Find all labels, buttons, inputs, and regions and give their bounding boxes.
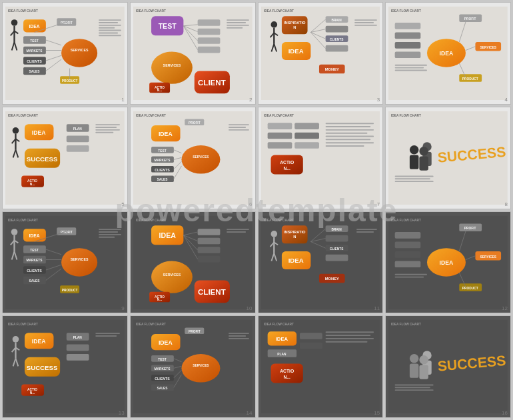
- svg-rect-184: [395, 178, 430, 179]
- slide-5[interactable]: IDEA FLOW CHART IDEA SUCCESS PLAN: [2, 107, 128, 209]
- svg-text:INSPIRATIO: INSPIRATIO: [283, 229, 305, 233]
- svg-text:IDEA: IDEA: [159, 339, 173, 346]
- svg-rect-283: [395, 273, 427, 275]
- slide-11[interactable]: IDEA FLOW CHART INSPIRATIO N IDEA BRAIN: [258, 211, 384, 314]
- svg-rect-35: [99, 32, 118, 33]
- svg-text:N...: N...: [283, 375, 290, 379]
- svg-text:IDEA FLOW CHART: IDEA FLOW CHART: [136, 218, 166, 221]
- svg-text:CLIENTS: CLIENTS: [27, 59, 42, 63]
- svg-rect-107: [395, 70, 427, 71]
- svg-rect-87: [354, 25, 377, 26]
- svg-point-188: [11, 229, 18, 235]
- svg-text:TEST: TEST: [30, 248, 38, 251]
- svg-text:PRODUCT: PRODUCT: [462, 77, 478, 81]
- svg-rect-57: [227, 22, 246, 23]
- svg-rect-304: [95, 333, 120, 334]
- slide-number-11: 11: [374, 305, 380, 311]
- svg-rect-352: [420, 365, 429, 379]
- svg-rect-239: [227, 231, 246, 233]
- svg-text:PLAN: PLAN: [73, 336, 83, 339]
- slide-number-8: 8: [505, 201, 508, 207]
- svg-text:PRODUCT: PRODUCT: [62, 79, 78, 83]
- svg-rect-159: [267, 132, 292, 139]
- svg-rect-173: [325, 145, 364, 147]
- slide-2[interactable]: IDEA FLOW CHART TEST SERVICES ACTIO N...…: [130, 2, 256, 105]
- svg-point-2: [11, 19, 18, 26]
- svg-point-204: [61, 248, 97, 277]
- slide-16[interactable]: IDEA FLOW CHART SUCCESS 16: [385, 315, 511, 418]
- svg-text:PROFIT: PROFIT: [464, 17, 476, 21]
- svg-text:CLIENTS: CLIENTS: [155, 167, 170, 171]
- svg-text:INSPIRATIO: INSPIRATIO: [283, 21, 305, 25]
- svg-rect-218: [99, 236, 115, 237]
- svg-text:N...: N...: [30, 391, 35, 395]
- svg-text:SERVICES: SERVICES: [480, 255, 497, 258]
- svg-rect-178: [410, 155, 419, 169]
- svg-rect-30: [99, 19, 121, 21]
- svg-point-223: [151, 261, 193, 293]
- slide-13[interactable]: IDEA FLOW CHART IDEA SUCCESS PLAN: [2, 315, 128, 418]
- svg-rect-58: [227, 25, 249, 26]
- slide-number-9: 9: [121, 305, 124, 311]
- svg-text:IDEA: IDEA: [275, 336, 288, 342]
- svg-rect-153: [229, 127, 246, 128]
- svg-text:IDEA FLOW CHART: IDEA FLOW CHART: [263, 323, 293, 326]
- svg-text:IDEA FLOW CHART: IDEA FLOW CHART: [391, 9, 421, 13]
- svg-rect-105: [395, 65, 427, 66]
- svg-text:PLAN: PLAN: [277, 353, 286, 356]
- slide-9[interactable]: IDEA FLOW CHART IDEA TEST MARKETS CLIENT…: [2, 211, 128, 314]
- svg-rect-215: [99, 229, 121, 230]
- svg-rect-34: [99, 30, 121, 31]
- svg-rect-185: [395, 181, 434, 182]
- svg-text:BRAIN: BRAIN: [331, 19, 342, 22]
- svg-text:SALES: SALES: [157, 387, 168, 390]
- svg-rect-86: [354, 22, 374, 23]
- slide-12[interactable]: IDEA FLOW CHART PROFIT IDEA SERVICES PRO…: [385, 211, 511, 314]
- slide-15[interactable]: IDEA FLOW CHART IDEA PLAN ACTIO N...: [258, 315, 384, 418]
- slide-4[interactable]: IDEA FLOW CHART PROFIT IDEA SERVICES PRO…: [385, 2, 511, 105]
- svg-rect-327: [229, 335, 246, 337]
- svg-text:SALES: SALES: [157, 178, 168, 181]
- svg-text:IDEA FLOW CHART: IDEA FLOW CHART: [391, 323, 421, 326]
- slide-number-10: 10: [247, 305, 253, 311]
- svg-text:IDEA FLOW CHART: IDEA FLOW CHART: [263, 9, 293, 13]
- svg-rect-303: [67, 354, 89, 361]
- svg-rect-129: [95, 129, 120, 131]
- svg-rect-335: [299, 333, 322, 339]
- svg-text:SERVICES: SERVICES: [480, 46, 497, 49]
- svg-text:CLIENTS: CLIENTS: [329, 38, 343, 41]
- svg-text:SERVICES: SERVICES: [71, 257, 89, 261]
- svg-rect-59: [227, 27, 243, 29]
- slide-7[interactable]: IDEA FLOW CHART ACTIO N...: [258, 107, 384, 209]
- svg-text:IDEA FLOW CHART: IDEA FLOW CHART: [136, 323, 166, 326]
- slide-8[interactable]: IDEA FLOW CHART SUCCESS 8: [385, 107, 511, 209]
- svg-text:IDEA FLOW CHART: IDEA FLOW CHART: [136, 9, 166, 13]
- svg-text:MARKETS: MARKETS: [27, 49, 43, 53]
- svg-text:CLIENTS: CLIENTS: [27, 268, 42, 272]
- slide-14[interactable]: IDEA FLOW CHART PROFIT IDEA SERVICES TES…: [130, 315, 256, 418]
- svg-text:IDEA: IDEA: [440, 259, 454, 266]
- slide-3[interactable]: IDEA FLOW CHART INSPIRATIO N IDEA BRAIN: [258, 2, 384, 105]
- svg-text:ACTIO: ACTIO: [280, 160, 294, 165]
- svg-text:N...: N...: [30, 183, 35, 186]
- svg-point-137: [181, 145, 220, 174]
- svg-rect-168: [325, 129, 373, 131]
- slide-10[interactable]: IDEA FLOW CHART IDEA SERVICES ACTIO N...…: [130, 211, 256, 314]
- svg-rect-166: [325, 123, 373, 124]
- svg-rect-342: [325, 338, 373, 339]
- svg-rect-264: [356, 229, 377, 230]
- svg-rect-354: [395, 387, 430, 389]
- slide-grid: IDEA FLOW CHART IDEA TEST MARKETS CLIENT…: [0, 0, 513, 420]
- slide-6[interactable]: IDEA FLOW CHART PROFIT IDEA SERVICES TES…: [130, 107, 256, 209]
- svg-text:N...: N...: [283, 166, 290, 171]
- svg-rect-126: [67, 145, 89, 152]
- svg-rect-258: [325, 254, 348, 261]
- svg-text:TEST: TEST: [30, 39, 38, 43]
- svg-rect-255: [325, 235, 348, 241]
- svg-text:SERVICES: SERVICES: [193, 155, 209, 159]
- svg-text:IDEA: IDEA: [159, 231, 176, 239]
- slide-number-7: 7: [377, 201, 380, 207]
- svg-point-41: [151, 51, 193, 83]
- svg-rect-75: [325, 26, 348, 33]
- slide-1[interactable]: IDEA FLOW CHART IDEA TEST MARKETS CLIENT…: [2, 2, 128, 105]
